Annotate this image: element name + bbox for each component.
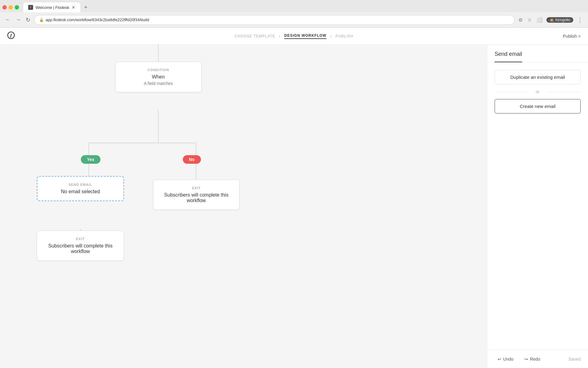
svg-text:f: f xyxy=(10,33,12,38)
step-choose-template[interactable]: CHOOSE TEMPLATE xyxy=(235,34,275,38)
forward-btn[interactable]: → xyxy=(14,15,22,24)
exit-node-right-label: EXIT xyxy=(161,186,232,190)
undo-label: Undo xyxy=(503,357,513,362)
window-controls xyxy=(2,5,19,10)
bookmark-icon[interactable]: ☆ xyxy=(526,16,533,24)
condition-node[interactable]: CONDITION When A field matches xyxy=(115,62,202,92)
step-publish[interactable]: PUBLISH xyxy=(336,34,353,38)
tab-close-btn[interactable]: ✕ xyxy=(72,5,75,10)
step-arrow-2: › xyxy=(330,34,332,39)
screenshare-icon[interactable]: ⊘ xyxy=(517,16,524,24)
bottom-bar: ↩ Undo ↪ Redo Saved xyxy=(487,350,588,368)
lock-icon: 🔒 xyxy=(39,18,44,22)
send-email-node-label: SEND EMAIL xyxy=(45,183,116,186)
panel-body: Duplicate an existing email or Create ne… xyxy=(487,63,588,121)
new-tab-btn[interactable]: + xyxy=(81,3,90,12)
condition-node-label: CONDITION xyxy=(123,68,194,72)
undo-button[interactable]: ↩ Undo xyxy=(495,355,516,363)
duplicate-email-button[interactable]: Duplicate an existing email xyxy=(495,70,581,84)
step-arrow-1: › xyxy=(279,34,281,39)
exit-node-bottom-title: Subscribers will complete this workflow xyxy=(44,243,116,254)
redo-button[interactable]: ↪ Redo xyxy=(521,355,543,363)
browser-chrome: f Welcome | Flodesk ✕ + ← → ↻ 🔒 app.flod… xyxy=(0,0,588,28)
maximize-window-btn[interactable] xyxy=(15,5,19,10)
redo-icon: ↪ xyxy=(524,357,528,362)
browser-menu-btn[interactable]: ⋮ xyxy=(576,15,584,25)
app-nav: f CHOOSE TEMPLATE › DESIGN WORKFLOW › PU… xyxy=(0,28,588,45)
workflow-canvas: CONDITION When A field matches Yes No SE… xyxy=(0,45,487,368)
app-container: f CHOOSE TEMPLATE › DESIGN WORKFLOW › PU… xyxy=(0,28,588,368)
browser-tab[interactable]: f Welcome | Flodesk ✕ xyxy=(23,2,80,12)
close-window-btn[interactable] xyxy=(2,5,7,10)
flodesk-logo-icon: f xyxy=(7,32,15,39)
incognito-badge: 🕵 Incognito xyxy=(546,17,573,23)
exit-node-right[interactable]: EXIT Subscribers will complete this work… xyxy=(153,180,239,210)
address-bar[interactable]: 🔒 app.flodesk.com/workflow/6343c2ba9dfe2… xyxy=(34,15,515,25)
main-content: CONDITION When A field matches Yes No SE… xyxy=(0,45,588,368)
exit-node-right-title: Subscribers will complete this workflow xyxy=(161,192,232,203)
right-panel: Send email Duplicate an existing email o… xyxy=(487,45,588,368)
send-email-node-title: No email selected xyxy=(45,189,116,194)
or-divider: or xyxy=(495,89,581,94)
condition-node-subtitle: A field matches xyxy=(123,81,194,86)
panel-header: Send email xyxy=(487,45,588,63)
browser-tabs: f Welcome | Flodesk ✕ + xyxy=(0,0,588,12)
yes-badge[interactable]: Yes xyxy=(81,155,100,164)
workflow-connectors xyxy=(0,45,487,368)
create-new-email-button[interactable]: Create new email xyxy=(495,99,581,113)
publish-button[interactable]: Publish > xyxy=(563,34,581,39)
panel-title: Send email xyxy=(495,51,522,62)
step-design-workflow[interactable]: DESIGN WORKFLOW xyxy=(284,33,326,39)
tab-title: Welcome | Flodesk xyxy=(36,5,69,10)
incognito-icon: 🕵 xyxy=(549,18,554,22)
send-email-node[interactable]: SEND EMAIL No email selected xyxy=(37,176,124,201)
exit-node-bottom-label: EXIT xyxy=(44,237,116,241)
condition-node-title: When xyxy=(123,74,194,80)
workflow-steps: CHOOSE TEMPLATE › DESIGN WORKFLOW › PUBL… xyxy=(235,33,353,39)
incognito-label: Incognito xyxy=(555,18,570,22)
url-text: app.flodesk.com/workflow/6343c2ba9dfe222… xyxy=(46,17,149,22)
no-badge[interactable]: No xyxy=(183,155,201,164)
app-logo: f xyxy=(7,32,15,41)
tab-favicon: f xyxy=(28,5,33,10)
extensions-icon[interactable]: ⬜ xyxy=(535,16,544,24)
redo-label: Redo xyxy=(530,357,540,362)
minimize-window-btn[interactable] xyxy=(9,5,13,10)
back-btn[interactable]: ← xyxy=(4,15,12,24)
browser-nav-bar: ← → ↻ 🔒 app.flodesk.com/workflow/6343c2b… xyxy=(0,12,588,27)
exit-node-bottom[interactable]: EXIT Subscribers will complete this work… xyxy=(37,231,124,261)
nav-actions: ⊘ ☆ ⬜ 🕵 Incognito ⋮ xyxy=(517,15,584,25)
saved-status: Saved xyxy=(568,357,581,362)
undo-icon: ↩ xyxy=(498,357,501,362)
canvas-area[interactable]: CONDITION When A field matches Yes No SE… xyxy=(0,45,487,368)
reload-btn[interactable]: ↻ xyxy=(24,15,32,25)
